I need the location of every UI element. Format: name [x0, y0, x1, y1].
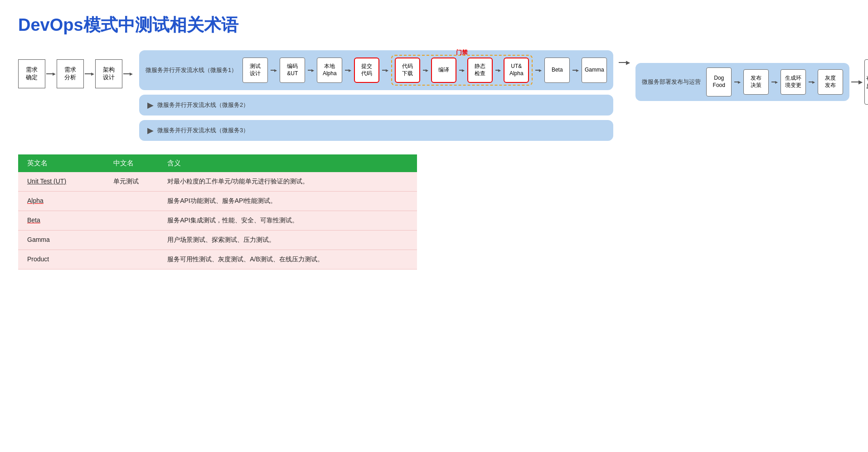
box-需求分析: 需求分析: [57, 59, 84, 88]
cell-zh-1: [104, 192, 158, 211]
cell-en-4: Product: [18, 250, 104, 269]
step-DogFood: DogFood: [706, 67, 732, 96]
cell-en-2: Beta: [18, 211, 104, 231]
step-提交代码: 提交代码: [354, 58, 379, 83]
step-Gamma: Gamma: [582, 58, 607, 83]
step-测试设计: 测试设计: [242, 58, 268, 83]
step-发布决策: 发布决策: [743, 69, 769, 95]
col-header-en: 英文名: [18, 154, 104, 172]
col-header-meaning: 含义: [158, 154, 417, 172]
cell-meaning-2: 服务API集成测试，性能、安全、可靠性测试。: [158, 211, 417, 231]
deploy-container: 微服务部署发布与运营 DogFood ▶ 发布决策 ▶ 生成环境变更 ▶ 灰度发…: [635, 63, 849, 101]
pipeline-row-1: 微服务并行开发流水线（微服务1） 测试设计 ▶ 编码&UT ▶ 本地Alpha …: [139, 50, 613, 90]
step-Beta: Beta: [544, 58, 570, 83]
arrow-to-final: ▶: [851, 79, 863, 85]
step-编码UT: 编码&UT: [280, 58, 305, 83]
deploy-label: 微服务部署发布与运营: [642, 78, 701, 86]
box-架构设计: 架构设计: [95, 59, 122, 88]
cell-en-1: Alpha: [18, 192, 104, 211]
table-row: Gamma 用户场景测试、探索测试、压力测试。: [18, 231, 417, 250]
arrow-to-deploy: ▶: [619, 59, 630, 66]
cell-zh-3: [104, 231, 158, 250]
pipeline3-label: 微服务并行开发流水线（微服务3）: [157, 126, 249, 135]
cell-meaning-4: 服务可用性测试、灰度测试、A/B测试、在线压力测试。: [158, 250, 417, 269]
cell-zh-2: [104, 211, 158, 231]
left-boxes: 需求确定 ▶ 需求分析 ▶ 架构设计 ▶: [18, 59, 134, 88]
table-row: Product 服务可用性测试、灰度测试、A/B测试、在线压力测试。: [18, 250, 417, 269]
step-编译: 编译: [431, 58, 456, 83]
col-header-zh: 中文名: [104, 154, 158, 172]
table-section: 英文名 中文名 含义 Unit Test (UT) 单元测试 对最小粒度的工作单…: [18, 154, 850, 269]
terms-table: 英文名 中文名 含义 Unit Test (UT) 单元测试 对最小粒度的工作单…: [18, 154, 417, 269]
step-灰度发布: 灰度发布: [818, 69, 843, 95]
final-box: 在线监控、反馈和运营: [864, 59, 868, 105]
table-header-row: 英文名 中文名 含义: [18, 154, 417, 172]
step-生成环境变更: 生成环境变更: [781, 69, 806, 95]
cell-zh-0: 单元测试: [104, 172, 158, 192]
cell-meaning-3: 用户场景测试、探索测试、压力测试。: [158, 231, 417, 250]
gate-label: 门禁: [456, 48, 468, 57]
cell-en-0: Unit Test (UT): [18, 172, 104, 192]
pipeline-row-3: ▶ 微服务并行开发流水线（微服务3）: [139, 120, 613, 141]
cell-meaning-1: 服务API功能测试、服务API性能测试。: [158, 192, 417, 211]
table-row: Beta 服务API集成测试，性能、安全、可靠性测试。: [18, 211, 417, 231]
cell-meaning-0: 对最小粒度的工作单元/功能单元进行验证的测试。: [158, 172, 417, 192]
step-UT-Alpha: UT&Alpha: [504, 58, 529, 83]
diagram-area: 需求确定 ▶ 需求分析 ▶ 架构设计 ▶ 微服务并行开发流水线（微服务1） 测试…: [18, 50, 850, 141]
table-row: Alpha 服务API功能测试、服务API性能测试。: [18, 192, 417, 211]
cell-en-3: Gamma: [18, 231, 104, 250]
pipeline-row-2: ▶ 微服务并行开发流水线（微服务2）: [139, 95, 613, 115]
page-title: DevOps模式中测试相关术语: [18, 14, 850, 37]
step-静态检查: 静态检查: [467, 58, 493, 83]
pipeline2-label: 微服务并行开发流水线（微服务2）: [157, 101, 249, 109]
table-row: Unit Test (UT) 单元测试 对最小粒度的工作单元/功能单元进行验证的…: [18, 172, 417, 192]
step-代码下载: 代码下载: [395, 58, 420, 83]
cell-zh-4: [104, 250, 158, 269]
box-需求确定: 需求确定: [18, 59, 45, 88]
pipeline-main: 微服务并行开发流水线（微服务1） 测试设计 ▶ 编码&UT ▶ 本地Alpha …: [139, 50, 613, 141]
gate-group: 门禁 代码下载 ▶ 编译 ▶ 静态检查 ▶ UT&Alpha: [391, 55, 533, 86]
deploy-section: 微服务部署发布与运营 DogFood ▶ 发布决策 ▶ 生成环境变更 ▶ 灰度发…: [635, 59, 868, 105]
pipeline1-label: 微服务并行开发流水线（微服务1）: [145, 66, 237, 74]
step-本地Alpha: 本地Alpha: [317, 58, 342, 83]
